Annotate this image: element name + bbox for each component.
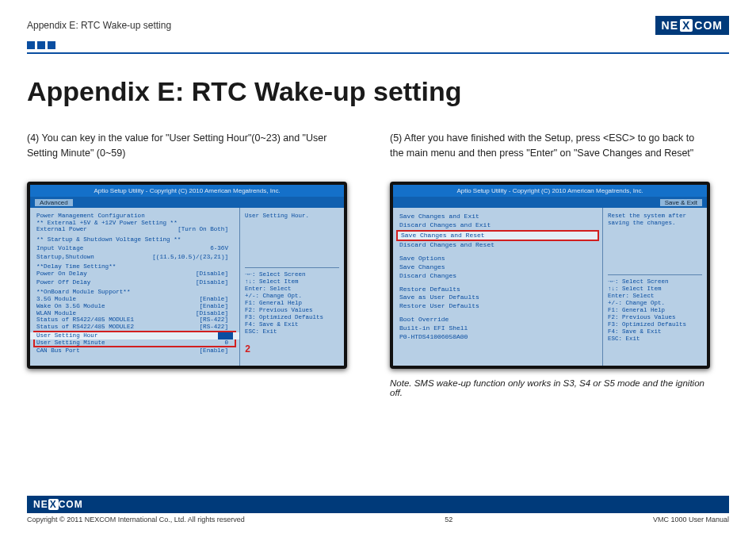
rs1-label: Status of RS422/485 MODULE1 [36, 316, 134, 324]
note-text: Note. SMS wake-up function only works in… [390, 378, 710, 397]
menu-save-options: Save Options [399, 255, 596, 263]
step5-text: (5) After you have finished with the Set… [390, 131, 710, 166]
help-line: F2: Previous Values [245, 307, 339, 314]
menu-save-exit[interactable]: Save Changes and Exit [399, 213, 596, 221]
startup-shutdown-label: Startup,Shutdown [36, 254, 94, 261]
menu-discard-exit[interactable]: Discard Changes and Exit [399, 221, 596, 230]
input-voltage-value: 6-36V [210, 245, 233, 252]
help-line: F4: Save & Exit [245, 321, 339, 328]
help-line: ↑↓: Select Item [608, 286, 702, 293]
ext-power-heading: ** External +5V & +12V Power Setting ** [36, 220, 233, 227]
help-line: →←: Select Screen [608, 278, 702, 286]
help-line: ESC: Exit [608, 336, 702, 343]
help-line: F3: Optimized Defaults [245, 314, 339, 321]
wlan-label: WLAN Module [36, 310, 76, 317]
input-voltage-label: Input Voltage [36, 245, 83, 252]
user-setting-hour-value[interactable]: 0 [218, 332, 233, 339]
wake-35g-value: [Enable] [200, 303, 233, 310]
onboard-heading: **OnBoard Module Support** [36, 289, 233, 296]
menu-restore-defaults[interactable]: Restore Defaults [399, 286, 596, 294]
bios2-help-title: Reset the system after saving the change… [608, 213, 702, 227]
menu-save-changes-reset[interactable]: Save Changes and Reset [396, 230, 599, 242]
can-bus-label: CAN Bus Port [36, 347, 80, 355]
help-line: →←: Select Screen [245, 271, 339, 278]
footer-bar: NEXCOM [27, 496, 729, 513]
m35g-value: [Enable] [200, 296, 233, 303]
manual-name: VMC 1000 User Manual [653, 516, 729, 523]
user-setting-minute-value[interactable]: 0 [224, 339, 233, 347]
bios2-title: Aptio Setup Utility - Copyright (C) 2010… [393, 185, 707, 197]
power-off-delay-value: [Disable] [196, 279, 233, 286]
menu-boot-device[interactable]: P0-HTDS41006050A00 [399, 333, 596, 342]
bios2-tab: Save & Exit [660, 199, 702, 206]
breadcrumb: Appendix E: RTC Wake-up setting [27, 20, 171, 31]
help-line: Enter: Select [245, 286, 339, 293]
menu-save-user-defaults[interactable]: Save as User Defaults [399, 293, 596, 302]
rs2-label: Status of RS422/485 MODULE2 [36, 324, 134, 331]
bios1-left-panel: Power Management Configuration ** Extern… [30, 208, 239, 366]
delay-heading: **Delay Time Setting** [36, 263, 233, 270]
page-number: 52 [445, 516, 452, 523]
help-line: +/-: Change Opt. [608, 300, 702, 307]
decor-squares [27, 41, 729, 49]
user-setting-minute-label: User Setting Minute [36, 339, 105, 347]
bios-screenshot-2: Aptio Setup Utility - Copyright (C) 2010… [390, 182, 710, 369]
copyright-text: Copyright © 2011 NEXCOM International Co… [27, 516, 245, 523]
brand-logo-bottom: NEXCOM [33, 499, 83, 510]
bios1-help-title: User Setting Hour. [245, 213, 339, 220]
user-setting-highlight: User Setting Hour0 User Setting Minute0 [33, 331, 236, 347]
menu-save-changes[interactable]: Save Changes [399, 263, 596, 272]
m35g-label: 3.5G Module [36, 296, 76, 303]
help-line: ESC: Exit [245, 328, 339, 336]
page-title: Appendix E: RTC Wake-up setting [27, 76, 729, 107]
power-on-delay-label: Power On Delay [36, 270, 87, 278]
power-on-delay-value: [Disable] [196, 270, 233, 278]
menu-discard-changes[interactable]: Discard Changes [399, 272, 596, 281]
bios2-help-panel: Reset the system after saving the change… [602, 208, 707, 366]
pm-config-heading: Power Management Configuration [36, 213, 233, 220]
bios1-tab: Advanced [35, 199, 73, 206]
power-off-delay-label: Power Off Delay [36, 279, 90, 286]
menu-efi-shell[interactable]: Built-in EFI Shell [399, 324, 596, 333]
help-line: F3: Optimized Defaults [608, 321, 702, 328]
ext-power-label: External Power [36, 226, 87, 233]
startup-heading: ** Startup & Shutdown Voltage Setting ** [36, 236, 233, 243]
bios1-title: Aptio Setup Utility - Copyright (C) 2010… [30, 185, 344, 197]
wlan-value: [Disable] [196, 310, 233, 317]
menu-boot-override: Boot Override [399, 316, 596, 324]
bios2-left-panel: Save Changes and Exit Discard Changes an… [393, 208, 602, 366]
wake-35g-label: Wake On 3.5G Module [36, 303, 105, 310]
help-line: F1: General Help [608, 307, 702, 314]
help-line: F2: Previous Values [608, 314, 702, 321]
menu-discard-reset[interactable]: Discard Changes and Reset [399, 241, 596, 250]
help-line: F4: Save & Exit [608, 328, 702, 336]
help-line: F1: General Help [245, 300, 339, 307]
help-line: Enter: Select [608, 293, 702, 300]
startup-shutdown-value: [(11.5,10.5)/(23,21)] [152, 254, 233, 261]
top-rule [27, 52, 729, 54]
annotation-2: 2 [245, 344, 250, 355]
help-line: ↑↓: Select Item [245, 278, 339, 286]
user-setting-hour-label: User Setting Hour [36, 332, 97, 339]
rs2-value: [RS-422] [200, 324, 233, 331]
can-bus-value: [Enable] [200, 347, 233, 355]
step4-text: (4) You can key in the value for "User S… [27, 131, 347, 166]
ext-power-value: [Turn On Both] [178, 226, 233, 233]
brand-logo-top: NEXCOM [655, 16, 729, 35]
bios1-help-panel: User Setting Hour. →←: Select Screen ↑↓:… [239, 208, 344, 366]
bios-screenshot-1: Aptio Setup Utility - Copyright (C) 2010… [27, 182, 347, 369]
rs1-value: [RS-422] [200, 316, 233, 324]
menu-restore-user-defaults[interactable]: Restore User Defaults [399, 302, 596, 311]
help-line: +/-: Change Opt. [245, 293, 339, 300]
